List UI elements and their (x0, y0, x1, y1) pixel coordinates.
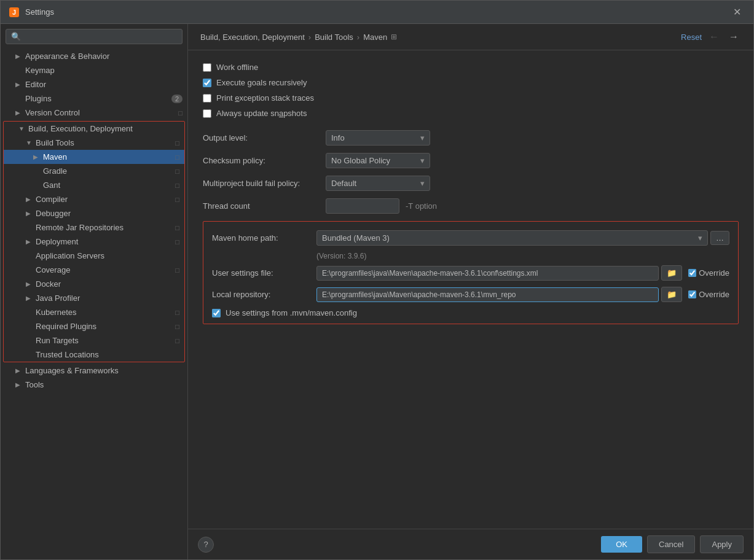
sidebar-item-label: Tools (25, 380, 44, 389)
output-level-label: Output level: (203, 133, 326, 142)
sidebar-item-gant[interactable]: Gant □ (4, 178, 184, 192)
sidebar-item-label: Kubernetes (36, 308, 77, 317)
maven-version-text: (Version: 3.9.6) (316, 252, 729, 260)
maven-home-input-wrap: Bundled (Maven 3) ▾ … (316, 230, 729, 246)
use-settings-label: Use settings from .mvn/maven.config (226, 308, 357, 317)
pin-icon: □ (175, 309, 179, 316)
apply-button[interactable]: Apply (700, 535, 744, 553)
user-settings-override-label: Override (699, 268, 729, 278)
sidebar-item-docker[interactable]: ▶ Docker (4, 277, 184, 291)
output-level-row: Output level: Info ▾ (203, 130, 739, 146)
spacer-icon (33, 168, 41, 174)
sidebar-item-kubernetes[interactable]: Kubernetes □ (4, 305, 184, 319)
main-panel: Build, Execution, Deployment › Build Too… (188, 24, 753, 559)
print-exception-label: Print exception stack traces (216, 93, 314, 103)
sidebar-item-label: Gant (43, 181, 60, 190)
window-title: Settings (25, 7, 728, 17)
sidebar-item-label: Appearance & Behavior (25, 52, 109, 61)
chevron-right-icon: ▶ (26, 196, 33, 203)
sidebar-item-version-control[interactable]: ▶ Version Control □ (1, 106, 187, 120)
reset-button[interactable]: Reset (681, 33, 702, 42)
breadcrumb-bar: Build, Execution, Deployment › Build Too… (188, 24, 753, 50)
chevron-right-icon: ▶ (15, 381, 23, 388)
sidebar-item-debugger[interactable]: ▶ Debugger (4, 206, 184, 220)
sidebar-item-label: Required Plugins (36, 322, 96, 331)
sidebar-item-build-exec-deploy[interactable]: ▼ Build, Execution, Deployment (4, 122, 184, 136)
sidebar-item-maven[interactable]: ▶ Maven □ (4, 150, 184, 164)
search-box[interactable]: 🔍 (6, 29, 183, 44)
back-button[interactable]: ← (707, 30, 721, 44)
dropdown-arrow-icon: ▾ (420, 133, 425, 142)
close-button[interactable]: ✕ (728, 4, 746, 20)
ok-button[interactable]: OK (601, 536, 642, 553)
checksum-policy-dropdown[interactable]: No Global Policy ▾ (326, 153, 430, 168)
print-exception-checkbox[interactable] (203, 94, 211, 103)
sidebar-item-label: Java Profiler (36, 294, 80, 303)
execute-goals-checkbox[interactable] (203, 79, 211, 87)
chevron-down-icon: ▼ (26, 139, 33, 146)
sidebar-item-deployment[interactable]: ▶ Deployment □ (4, 235, 184, 249)
sidebar-item-label: Editor (25, 80, 46, 89)
local-repo-row: Local repository: 📁 Override (212, 287, 729, 302)
maven-home-ellipsis-button[interactable]: … (710, 231, 729, 245)
local-repo-folder-button[interactable]: 📁 (661, 287, 682, 302)
user-settings-row: User settings file: 📁 Override (212, 265, 729, 281)
chevron-right-icon: ▶ (15, 81, 23, 88)
forward-button[interactable]: → (726, 30, 741, 44)
sidebar-item-label: Coverage (36, 265, 70, 274)
help-button[interactable]: ? (198, 537, 214, 553)
sidebar-item-editor[interactable]: ▶ Editor (1, 77, 187, 91)
sidebar-item-appearance[interactable]: ▶ Appearance & Behavior (1, 49, 187, 63)
sidebar-item-required-plugins[interactable]: Required Plugins □ (4, 319, 184, 333)
use-settings-checkbox[interactable] (212, 309, 221, 317)
settings-window: J Settings ✕ 🔍 ▶ Appearance & Behavior K… (0, 0, 754, 560)
work-offline-row: Work offline (203, 63, 739, 72)
local-repo-input[interactable] (316, 287, 659, 302)
maven-home-dropdown[interactable]: Bundled (Maven 3) ▾ (316, 230, 708, 246)
work-offline-checkbox[interactable] (203, 63, 211, 72)
pin-icon: □ (175, 266, 179, 274)
spacer-icon (26, 224, 33, 231)
search-input[interactable] (21, 32, 177, 41)
sidebar-item-keymap[interactable]: Keymap (1, 63, 187, 77)
sidebar-item-label: Maven (43, 152, 67, 161)
sidebar-item-remote-jar[interactable]: Remote Jar Repositories □ (4, 220, 184, 235)
dropdown-arrow-icon: ▾ (698, 233, 702, 243)
thread-count-input[interactable] (326, 198, 399, 214)
sidebar-item-gradle[interactable]: Gradle □ (4, 164, 184, 178)
sidebar-item-label: Gradle (43, 166, 67, 176)
spacer-icon (33, 182, 41, 189)
sidebar-item-tools[interactable]: ▶ Tools (1, 378, 187, 392)
user-settings-folder-button[interactable]: 📁 (661, 265, 682, 281)
user-settings-input[interactable] (316, 266, 659, 281)
sidebar-item-compiler[interactable]: ▶ Compiler □ (4, 192, 184, 206)
sidebar-item-plugins[interactable]: Plugins 2 (1, 91, 187, 106)
always-update-checkbox[interactable] (203, 109, 211, 118)
sidebar-item-run-targets[interactable]: Run Targets □ (4, 333, 184, 348)
chevron-right-icon: ▶ (26, 281, 33, 287)
checksum-policy-label: Checksum policy: (203, 156, 326, 165)
multiproject-policy-dropdown[interactable]: Default ▾ (326, 176, 430, 191)
sidebar-item-app-servers[interactable]: Application Servers (4, 249, 184, 263)
output-level-dropdown[interactable]: Info ▾ (326, 130, 430, 146)
pin-icon: □ (175, 139, 179, 147)
user-settings-input-wrap: 📁 Override (316, 265, 729, 281)
maven-home-value: Bundled (Maven 3) (322, 233, 390, 243)
maven-home-label: Maven home path: (212, 233, 316, 243)
sidebar-item-build-tools[interactable]: ▼ Build Tools □ (4, 136, 184, 150)
user-settings-override-checkbox[interactable] (688, 269, 696, 277)
sidebar-item-languages[interactable]: ▶ Languages & Frameworks (1, 364, 187, 378)
multiproject-policy-row: Multiproject build fail policy: Default … (203, 176, 739, 191)
sidebar-item-java-profiler[interactable]: ▶ Java Profiler (4, 291, 184, 305)
chevron-right-icon: ▶ (33, 154, 41, 160)
chevron-right-icon: ▶ (15, 367, 23, 374)
local-repo-override-label: Override (699, 290, 729, 299)
chevron-right-icon: ▶ (15, 109, 23, 116)
local-repo-override-checkbox[interactable] (688, 290, 696, 298)
sidebar-item-coverage[interactable]: Coverage □ (4, 263, 184, 277)
chevron-right-icon: ▶ (26, 238, 33, 245)
sidebar-item-trusted-locations[interactable]: Trusted Locations (4, 348, 184, 362)
checksum-policy-row: Checksum policy: No Global Policy ▾ (203, 153, 739, 168)
cancel-button[interactable]: Cancel (647, 535, 695, 553)
sidebar-item-label: Docker (36, 279, 61, 289)
